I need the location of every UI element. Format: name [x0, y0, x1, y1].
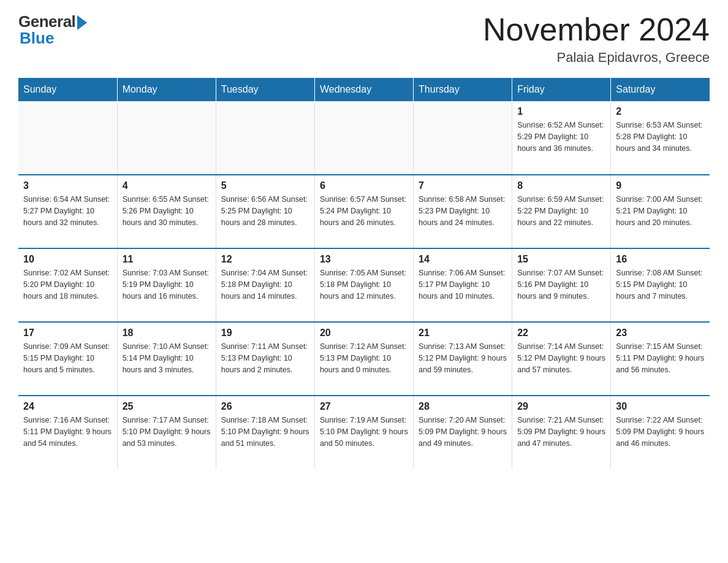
day-info: Sunrise: 7:05 AM Sunset: 5:18 PM Dayligh… — [320, 267, 408, 302]
day-number: 6 — [320, 180, 408, 191]
day-info: Sunrise: 7:16 AM Sunset: 5:11 PM Dayligh… — [23, 415, 112, 449]
day-info: Sunrise: 6:58 AM Sunset: 5:23 PM Dayligh… — [419, 194, 507, 228]
day-info: Sunrise: 6:59 AM Sunset: 5:22 PM Dayligh… — [517, 194, 605, 228]
calendar-cell: 4Sunrise: 6:55 AM Sunset: 5:26 PM Daylig… — [117, 175, 216, 248]
day-number: 1 — [517, 106, 605, 117]
logo-arrow-icon — [77, 15, 87, 30]
calendar-cell: 14Sunrise: 7:06 AM Sunset: 5:17 PM Dayli… — [414, 248, 512, 322]
calendar-cell — [18, 101, 117, 175]
calendar-week-row: 3Sunrise: 6:54 AM Sunset: 5:27 PM Daylig… — [18, 175, 710, 248]
calendar-cell: 16Sunrise: 7:08 AM Sunset: 5:15 PM Dayli… — [611, 248, 710, 322]
day-number: 15 — [517, 254, 605, 265]
calendar-cell — [414, 101, 512, 175]
day-info: Sunrise: 7:20 AM Sunset: 5:09 PM Dayligh… — [419, 415, 507, 449]
logo-blue-text: Blue — [20, 29, 54, 48]
day-info: Sunrise: 7:18 AM Sunset: 5:10 PM Dayligh… — [221, 415, 309, 449]
day-number: 9 — [616, 180, 705, 191]
day-number: 20 — [320, 327, 408, 339]
day-info: Sunrise: 7:11 AM Sunset: 5:13 PM Dayligh… — [221, 341, 309, 375]
calendar-cell: 19Sunrise: 7:11 AM Sunset: 5:13 PM Dayli… — [216, 322, 314, 396]
day-number: 14 — [419, 254, 507, 265]
day-info: Sunrise: 6:56 AM Sunset: 5:25 PM Dayligh… — [221, 194, 309, 228]
logo: General Blue — [18, 12, 87, 48]
calendar-cell: 9Sunrise: 7:00 AM Sunset: 5:21 PM Daylig… — [611, 175, 710, 248]
calendar-cell: 30Sunrise: 7:22 AM Sunset: 5:09 PM Dayli… — [611, 396, 710, 469]
calendar-cell: 2Sunrise: 6:53 AM Sunset: 5:28 PM Daylig… — [611, 101, 710, 175]
calendar-cell: 21Sunrise: 7:13 AM Sunset: 5:12 PM Dayli… — [414, 322, 512, 396]
month-year-title: November 2024 — [483, 12, 710, 47]
day-info: Sunrise: 7:19 AM Sunset: 5:10 PM Dayligh… — [320, 415, 408, 449]
day-number: 26 — [221, 401, 309, 412]
day-info: Sunrise: 6:52 AM Sunset: 5:29 PM Dayligh… — [517, 120, 605, 154]
calendar-cell: 15Sunrise: 7:07 AM Sunset: 5:16 PM Dayli… — [512, 248, 611, 322]
day-number: 27 — [320, 401, 408, 412]
location-text: Palaia Epidavros, Greece — [483, 50, 710, 66]
day-info: Sunrise: 7:04 AM Sunset: 5:18 PM Dayligh… — [221, 267, 309, 302]
day-info: Sunrise: 7:03 AM Sunset: 5:19 PM Dayligh… — [123, 267, 211, 302]
day-info: Sunrise: 7:09 AM Sunset: 5:15 PM Dayligh… — [23, 341, 112, 375]
calendar-cell: 11Sunrise: 7:03 AM Sunset: 5:19 PM Dayli… — [117, 248, 216, 322]
day-number: 21 — [419, 327, 507, 339]
weekday-header-saturday: Saturday — [611, 78, 710, 101]
day-info: Sunrise: 6:54 AM Sunset: 5:27 PM Dayligh… — [23, 194, 112, 228]
weekday-header-monday: Monday — [117, 78, 216, 101]
day-number: 13 — [320, 254, 408, 265]
day-info: Sunrise: 6:53 AM Sunset: 5:28 PM Dayligh… — [616, 120, 705, 154]
calendar-table: SundayMondayTuesdayWednesdayThursdayFrid… — [18, 78, 710, 469]
weekday-header-wednesday: Wednesday — [314, 78, 413, 101]
day-info: Sunrise: 7:10 AM Sunset: 5:14 PM Dayligh… — [123, 341, 211, 375]
calendar-cell — [216, 101, 314, 175]
day-number: 17 — [23, 327, 112, 339]
calendar-cell: 8Sunrise: 6:59 AM Sunset: 5:22 PM Daylig… — [512, 175, 611, 248]
calendar-cell: 22Sunrise: 7:14 AM Sunset: 5:12 PM Dayli… — [512, 322, 611, 396]
calendar-cell: 18Sunrise: 7:10 AM Sunset: 5:14 PM Dayli… — [117, 322, 216, 396]
calendar-cell: 10Sunrise: 7:02 AM Sunset: 5:20 PM Dayli… — [18, 248, 117, 322]
day-number: 12 — [221, 254, 309, 265]
day-number: 24 — [23, 401, 112, 412]
calendar-cell: 17Sunrise: 7:09 AM Sunset: 5:15 PM Dayli… — [18, 322, 117, 396]
day-number: 4 — [123, 180, 211, 191]
calendar-cell: 25Sunrise: 7:17 AM Sunset: 5:10 PM Dayli… — [117, 396, 216, 469]
day-number: 2 — [616, 106, 705, 117]
day-number: 3 — [23, 180, 112, 191]
calendar-cell — [314, 101, 413, 175]
calendar-week-row: 24Sunrise: 7:16 AM Sunset: 5:11 PM Dayli… — [18, 396, 710, 469]
day-info: Sunrise: 7:07 AM Sunset: 5:16 PM Dayligh… — [517, 267, 605, 302]
day-info: Sunrise: 6:57 AM Sunset: 5:24 PM Dayligh… — [320, 194, 408, 228]
weekday-header-sunday: Sunday — [18, 78, 117, 101]
day-number: 30 — [616, 401, 705, 412]
calendar-cell: 28Sunrise: 7:20 AM Sunset: 5:09 PM Dayli… — [414, 396, 512, 469]
calendar-cell: 24Sunrise: 7:16 AM Sunset: 5:11 PM Dayli… — [18, 396, 117, 469]
calendar-week-row: 1Sunrise: 6:52 AM Sunset: 5:29 PM Daylig… — [18, 101, 710, 175]
day-info: Sunrise: 7:02 AM Sunset: 5:20 PM Dayligh… — [23, 267, 112, 302]
day-info: Sunrise: 6:55 AM Sunset: 5:26 PM Dayligh… — [123, 194, 211, 228]
calendar-cell: 1Sunrise: 6:52 AM Sunset: 5:29 PM Daylig… — [512, 101, 611, 175]
calendar-cell: 6Sunrise: 6:57 AM Sunset: 5:24 PM Daylig… — [314, 175, 413, 248]
calendar-cell: 12Sunrise: 7:04 AM Sunset: 5:18 PM Dayli… — [216, 248, 314, 322]
day-number: 7 — [419, 180, 507, 191]
day-number: 23 — [616, 327, 705, 339]
title-section: November 2024 Palaia Epidavros, Greece — [483, 12, 710, 66]
calendar-cell: 20Sunrise: 7:12 AM Sunset: 5:13 PM Dayli… — [314, 322, 413, 396]
calendar-cell: 13Sunrise: 7:05 AM Sunset: 5:18 PM Dayli… — [314, 248, 413, 322]
calendar-cell: 3Sunrise: 6:54 AM Sunset: 5:27 PM Daylig… — [18, 175, 117, 248]
day-info: Sunrise: 7:13 AM Sunset: 5:12 PM Dayligh… — [419, 341, 507, 375]
weekday-header-tuesday: Tuesday — [216, 78, 314, 101]
day-info: Sunrise: 7:06 AM Sunset: 5:17 PM Dayligh… — [419, 267, 507, 302]
day-number: 29 — [517, 401, 605, 412]
day-info: Sunrise: 7:08 AM Sunset: 5:15 PM Dayligh… — [616, 267, 705, 302]
day-number: 19 — [221, 327, 309, 339]
day-info: Sunrise: 7:14 AM Sunset: 5:12 PM Dayligh… — [517, 341, 605, 375]
day-info: Sunrise: 7:22 AM Sunset: 5:09 PM Dayligh… — [616, 415, 705, 449]
day-number: 8 — [517, 180, 605, 191]
calendar-cell: 29Sunrise: 7:21 AM Sunset: 5:09 PM Dayli… — [512, 396, 611, 469]
day-number: 28 — [419, 401, 507, 412]
day-number: 10 — [23, 254, 112, 265]
day-number: 22 — [517, 327, 605, 339]
day-number: 18 — [123, 327, 211, 339]
day-info: Sunrise: 7:00 AM Sunset: 5:21 PM Dayligh… — [616, 194, 705, 228]
calendar-cell — [117, 101, 216, 175]
calendar-week-row: 10Sunrise: 7:02 AM Sunset: 5:20 PM Dayli… — [18, 248, 710, 322]
page-header: General Blue November 2024 Palaia Epidav… — [18, 12, 710, 66]
weekday-header-friday: Friday — [512, 78, 611, 101]
